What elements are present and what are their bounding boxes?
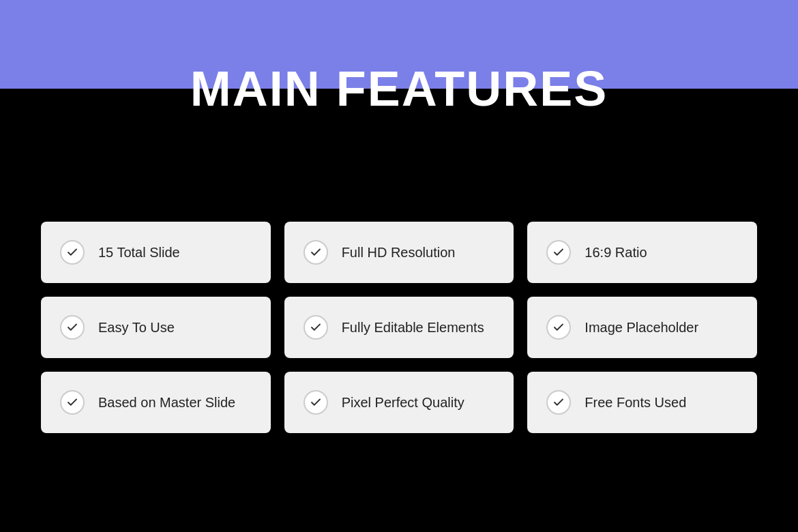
check-icon-pixel-perfect xyxy=(304,390,328,415)
feature-label-total-slide: 15 Total Slide xyxy=(98,243,180,261)
feature-card-editable: Fully Editable Elements xyxy=(284,297,514,358)
feature-card-free-fonts: Free Fonts Used xyxy=(527,372,757,433)
features-grid: 15 Total Slide Full HD Resolution 16:9 R… xyxy=(41,222,757,433)
feature-label-easy-to-use: Easy To Use xyxy=(98,319,175,336)
feature-label-ratio: 16:9 Ratio xyxy=(585,243,647,261)
feature-card-ratio: 16:9 Ratio xyxy=(527,222,757,283)
feature-label-placeholder: Image Placeholder xyxy=(585,319,698,336)
check-icon-full-hd xyxy=(304,240,328,265)
feature-label-editable: Fully Editable Elements xyxy=(342,319,484,336)
page-wrapper: MAIN FEATURES 15 Total Slide Full HD Res… xyxy=(0,0,798,532)
feature-label-pixel-perfect: Pixel Perfect Quality xyxy=(342,394,464,411)
feature-card-easy-to-use: Easy To Use xyxy=(41,297,271,358)
content-section: 15 Total Slide Full HD Resolution 16:9 R… xyxy=(0,177,798,532)
feature-label-full-hd: Full HD Resolution xyxy=(342,243,456,261)
feature-card-full-hd: Full HD Resolution xyxy=(284,222,514,283)
feature-label-master-slide: Based on Master Slide xyxy=(98,394,235,411)
feature-card-placeholder: Image Placeholder xyxy=(527,297,757,358)
header-section: MAIN FEATURES xyxy=(0,0,798,177)
check-icon-free-fonts xyxy=(546,390,571,415)
feature-card-master-slide: Based on Master Slide xyxy=(41,372,271,433)
check-icon-master-slide xyxy=(60,390,85,415)
feature-card-total-slide: 15 Total Slide xyxy=(41,222,271,283)
check-icon-total-slide xyxy=(60,240,85,265)
feature-card-pixel-perfect: Pixel Perfect Quality xyxy=(284,372,514,433)
check-icon-editable xyxy=(304,315,328,340)
check-icon-easy-to-use xyxy=(60,315,85,340)
page-title: MAIN FEATURES xyxy=(190,61,608,117)
feature-label-free-fonts: Free Fonts Used xyxy=(585,394,686,411)
check-icon-placeholder xyxy=(546,315,571,340)
check-icon-ratio xyxy=(546,240,571,265)
